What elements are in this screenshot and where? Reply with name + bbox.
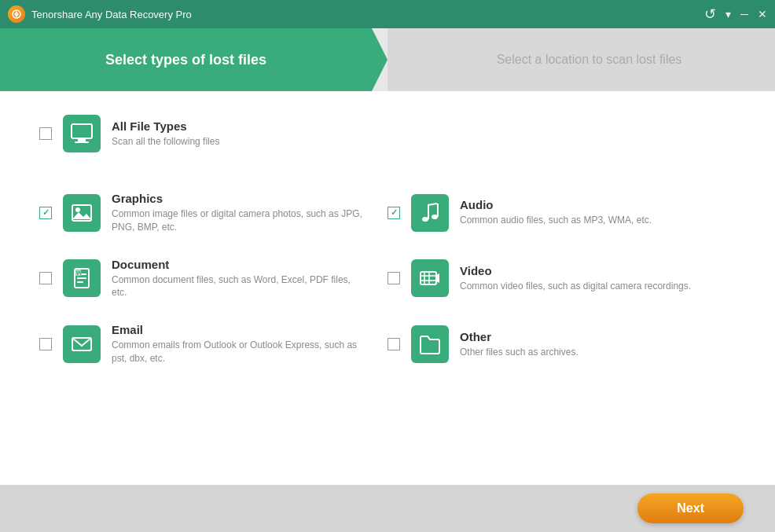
audio-icon bbox=[411, 194, 449, 232]
app-logo bbox=[8, 6, 25, 23]
svg-point-6 bbox=[75, 207, 80, 212]
document-checkbox[interactable] bbox=[39, 272, 52, 284]
svg-rect-16 bbox=[77, 281, 83, 283]
email-info: Email Common emails from Outlook or Outl… bbox=[112, 323, 363, 365]
svg-rect-2 bbox=[72, 124, 92, 138]
svg-text:W: W bbox=[76, 270, 83, 277]
dropdown-icon[interactable]: ▾ bbox=[725, 8, 731, 20]
graphics-icon bbox=[63, 194, 101, 232]
other-icon bbox=[411, 325, 449, 363]
step-header: Select types of lost files Select a loca… bbox=[0, 28, 775, 91]
footer: Next bbox=[0, 485, 775, 532]
svg-point-8 bbox=[422, 217, 428, 222]
history-icon[interactable]: ↺ bbox=[704, 6, 716, 23]
graphics-row: Graphics Common image files or digital c… bbox=[39, 184, 388, 242]
svg-rect-10 bbox=[428, 205, 429, 219]
email-icon bbox=[63, 325, 101, 363]
svg-rect-4 bbox=[75, 141, 89, 143]
step1: Select types of lost files bbox=[0, 28, 388, 91]
svg-rect-11 bbox=[437, 204, 439, 217]
all-file-types-checkbox[interactable] bbox=[39, 127, 52, 140]
audio-info: Audio Common audio files, such as MP3, W… bbox=[460, 198, 652, 227]
other-checkbox[interactable] bbox=[388, 338, 400, 350]
svg-rect-19 bbox=[421, 272, 436, 284]
svg-marker-1 bbox=[14, 11, 19, 17]
next-button[interactable]: Next bbox=[637, 493, 744, 523]
svg-point-9 bbox=[432, 215, 438, 219]
svg-rect-15 bbox=[77, 277, 86, 279]
video-info: Video Common video files, such as digita… bbox=[460, 264, 691, 293]
main-content: All File Types Scan all the following fi… bbox=[0, 91, 775, 485]
svg-rect-3 bbox=[78, 138, 86, 141]
app-title: Tenorshare Any Data Recovery Pro bbox=[31, 9, 704, 20]
window-controls: ↺ ▾ ─ ✕ bbox=[704, 6, 767, 23]
video-icon bbox=[411, 259, 449, 297]
email-row: Email Common emails from Outlook or Outl… bbox=[39, 315, 388, 373]
graphics-checkbox[interactable] bbox=[39, 207, 52, 219]
file-types-grid: Graphics Common image files or digital c… bbox=[39, 184, 736, 373]
document-row: W Document Common document files, such a… bbox=[39, 250, 388, 308]
other-row: Other Other files such as archives. bbox=[388, 315, 736, 373]
all-file-types-row: All File Types Scan all the following fi… bbox=[39, 115, 736, 160]
other-info: Other Other files such as archives. bbox=[460, 330, 578, 359]
all-file-types-icon bbox=[63, 115, 101, 152]
svg-marker-20 bbox=[436, 273, 439, 283]
graphics-info: Graphics Common image files or digital c… bbox=[112, 192, 363, 234]
title-bar: Tenorshare Any Data Recovery Pro ↺ ▾ ─ ✕ bbox=[0, 0, 775, 28]
all-file-types-info: All File Types Scan all the following fi… bbox=[112, 119, 219, 149]
svg-line-12 bbox=[428, 204, 437, 205]
step2: Select a location to scan lost files bbox=[388, 28, 775, 91]
minimize-icon[interactable]: ─ bbox=[740, 8, 748, 20]
audio-checkbox[interactable] bbox=[388, 207, 400, 219]
svg-marker-7 bbox=[72, 212, 91, 219]
close-icon[interactable]: ✕ bbox=[758, 8, 767, 20]
video-row: Video Common video files, such as digita… bbox=[388, 250, 736, 308]
document-icon: W bbox=[63, 259, 101, 297]
document-info: Document Common document files, such as … bbox=[112, 258, 363, 300]
email-checkbox[interactable] bbox=[39, 338, 52, 350]
audio-row: Audio Common audio files, such as MP3, W… bbox=[388, 184, 736, 242]
video-checkbox[interactable] bbox=[388, 272, 400, 284]
